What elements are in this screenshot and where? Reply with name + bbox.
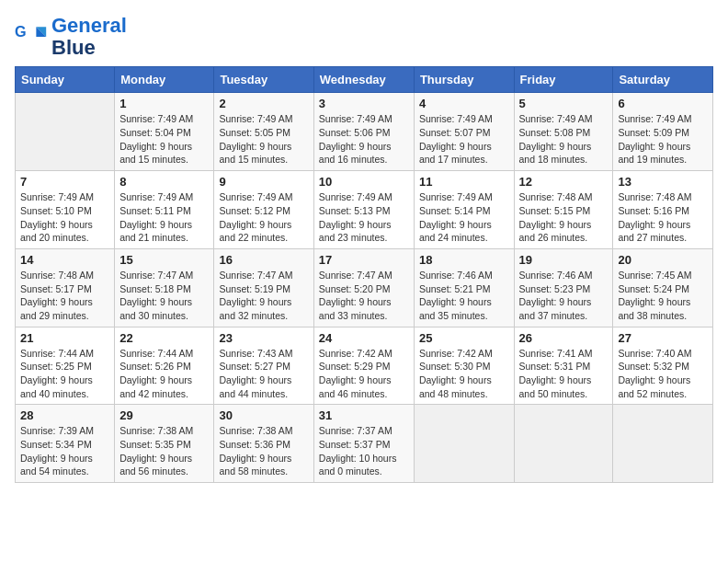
day-info: Sunrise: 7:40 AM Sunset: 5:32 PM Dayligh… — [618, 347, 708, 401]
day-info: Sunrise: 7:49 AM Sunset: 5:11 PM Dayligh… — [119, 190, 209, 245]
calendar-cell: 13Sunrise: 7:48 AM Sunset: 5:16 PM Dayli… — [613, 171, 713, 249]
calendar-cell: 4Sunrise: 7:49 AM Sunset: 5:07 PM Daylig… — [414, 93, 514, 171]
calendar-cell — [16, 93, 115, 171]
day-info: Sunrise: 7:49 AM Sunset: 5:04 PM Dayligh… — [119, 112, 209, 167]
calendar-cell: 15Sunrise: 7:47 AM Sunset: 5:18 PM Dayli… — [115, 248, 214, 327]
day-info: Sunrise: 7:49 AM Sunset: 5:13 PM Dayligh… — [319, 190, 409, 245]
calendar-week-2: 7Sunrise: 7:49 AM Sunset: 5:10 PM Daylig… — [16, 171, 713, 249]
calendar-cell — [414, 405, 514, 483]
header-day-friday: Friday — [514, 67, 613, 93]
day-info: Sunrise: 7:49 AM Sunset: 5:05 PM Dayligh… — [219, 112, 308, 167]
header-day-sunday: Sunday — [16, 67, 115, 93]
day-info: Sunrise: 7:49 AM Sunset: 5:12 PM Dayligh… — [219, 190, 308, 245]
day-number: 2 — [219, 97, 308, 110]
day-number: 16 — [219, 253, 308, 267]
day-number: 8 — [119, 175, 209, 189]
calendar-week-3: 14Sunrise: 7:48 AM Sunset: 5:17 PM Dayli… — [16, 248, 713, 327]
day-info: Sunrise: 7:45 AM Sunset: 5:24 PM Dayligh… — [618, 269, 708, 323]
day-info: Sunrise: 7:41 AM Sunset: 5:31 PM Dayligh… — [519, 347, 609, 401]
day-number: 11 — [419, 175, 509, 189]
day-number: 13 — [618, 175, 708, 189]
day-info: Sunrise: 7:47 AM Sunset: 5:20 PM Dayligh… — [319, 269, 409, 323]
calendar-table: SundayMondayTuesdayWednesdayThursdayFrid… — [15, 66, 713, 483]
calendar-cell: 16Sunrise: 7:47 AM Sunset: 5:19 PM Dayli… — [214, 248, 313, 327]
day-info: Sunrise: 7:47 AM Sunset: 5:18 PM Dayligh… — [119, 269, 209, 323]
calendar-week-1: 1Sunrise: 7:49 AM Sunset: 5:04 PM Daylig… — [16, 93, 713, 171]
day-info: Sunrise: 7:38 AM Sunset: 5:36 PM Dayligh… — [219, 424, 308, 478]
day-info: Sunrise: 7:48 AM Sunset: 5:16 PM Dayligh… — [618, 190, 708, 245]
calendar-cell: 1Sunrise: 7:49 AM Sunset: 5:04 PM Daylig… — [115, 93, 214, 171]
day-number: 15 — [119, 253, 209, 267]
calendar-cell: 21Sunrise: 7:44 AM Sunset: 5:25 PM Dayli… — [16, 327, 115, 405]
day-info: Sunrise: 7:42 AM Sunset: 5:29 PM Dayligh… — [319, 347, 409, 401]
day-info: Sunrise: 7:46 AM Sunset: 5:23 PM Dayligh… — [519, 269, 609, 323]
calendar-cell — [613, 405, 713, 483]
calendar-cell: 27Sunrise: 7:40 AM Sunset: 5:32 PM Dayli… — [613, 327, 713, 405]
svg-text:G: G — [15, 23, 27, 40]
calendar-week-5: 28Sunrise: 7:39 AM Sunset: 5:34 PM Dayli… — [16, 405, 713, 483]
day-info: Sunrise: 7:48 AM Sunset: 5:17 PM Dayligh… — [20, 269, 109, 323]
calendar-cell: 14Sunrise: 7:48 AM Sunset: 5:17 PM Dayli… — [16, 248, 115, 327]
day-number: 1 — [119, 97, 209, 110]
calendar-cell: 3Sunrise: 7:49 AM Sunset: 5:06 PM Daylig… — [313, 93, 414, 171]
day-number: 3 — [319, 97, 409, 110]
day-number: 12 — [519, 175, 609, 189]
day-number: 22 — [119, 331, 209, 345]
day-number: 31 — [319, 408, 409, 422]
calendar-cell: 19Sunrise: 7:46 AM Sunset: 5:23 PM Dayli… — [514, 248, 613, 327]
calendar-cell: 20Sunrise: 7:45 AM Sunset: 5:24 PM Dayli… — [613, 248, 713, 327]
calendar-cell: 24Sunrise: 7:42 AM Sunset: 5:29 PM Dayli… — [313, 327, 414, 405]
day-info: Sunrise: 7:37 AM Sunset: 5:37 PM Dayligh… — [319, 424, 409, 478]
calendar-cell: 30Sunrise: 7:38 AM Sunset: 5:36 PM Dayli… — [214, 405, 313, 483]
day-number: 18 — [419, 253, 509, 267]
day-info: Sunrise: 7:39 AM Sunset: 5:34 PM Dayligh… — [20, 424, 109, 478]
day-number: 14 — [20, 253, 109, 267]
logo: G GeneralBlue — [15, 15, 127, 59]
day-number: 23 — [219, 331, 308, 345]
day-info: Sunrise: 7:48 AM Sunset: 5:15 PM Dayligh… — [519, 190, 609, 245]
day-number: 24 — [319, 331, 409, 345]
day-number: 17 — [319, 253, 409, 267]
day-number: 4 — [419, 97, 509, 110]
calendar-cell: 17Sunrise: 7:47 AM Sunset: 5:20 PM Dayli… — [313, 248, 414, 327]
day-info: Sunrise: 7:49 AM Sunset: 5:07 PM Dayligh… — [419, 112, 509, 167]
day-info: Sunrise: 7:49 AM Sunset: 5:10 PM Dayligh… — [20, 190, 109, 245]
day-info: Sunrise: 7:49 AM Sunset: 5:08 PM Dayligh… — [519, 112, 609, 167]
calendar-header-row: SundayMondayTuesdayWednesdayThursdayFrid… — [16, 67, 713, 93]
day-number: 20 — [618, 253, 708, 267]
calendar-cell: 12Sunrise: 7:48 AM Sunset: 5:15 PM Dayli… — [514, 171, 613, 249]
calendar-cell: 6Sunrise: 7:49 AM Sunset: 5:09 PM Daylig… — [613, 93, 713, 171]
header-day-thursday: Thursday — [414, 67, 514, 93]
calendar-cell: 11Sunrise: 7:49 AM Sunset: 5:14 PM Dayli… — [414, 171, 514, 249]
day-info: Sunrise: 7:42 AM Sunset: 5:30 PM Dayligh… — [419, 347, 509, 401]
day-number: 28 — [20, 408, 109, 422]
calendar-cell: 9Sunrise: 7:49 AM Sunset: 5:12 PM Daylig… — [214, 171, 313, 249]
day-info: Sunrise: 7:44 AM Sunset: 5:25 PM Dayligh… — [20, 347, 109, 401]
day-number: 10 — [319, 175, 409, 189]
day-number: 29 — [119, 408, 209, 422]
calendar-cell: 2Sunrise: 7:49 AM Sunset: 5:05 PM Daylig… — [214, 93, 313, 171]
day-number: 25 — [419, 331, 509, 345]
day-number: 21 — [20, 331, 109, 345]
day-number: 5 — [519, 97, 609, 110]
calendar-cell: 28Sunrise: 7:39 AM Sunset: 5:34 PM Dayli… — [16, 405, 115, 483]
header-day-wednesday: Wednesday — [313, 67, 414, 93]
day-info: Sunrise: 7:46 AM Sunset: 5:21 PM Dayligh… — [419, 269, 509, 323]
page-header: G GeneralBlue — [15, 15, 713, 59]
calendar-cell: 29Sunrise: 7:38 AM Sunset: 5:35 PM Dayli… — [115, 405, 214, 483]
calendar-cell: 25Sunrise: 7:42 AM Sunset: 5:30 PM Dayli… — [414, 327, 514, 405]
calendar-cell: 22Sunrise: 7:44 AM Sunset: 5:26 PM Dayli… — [115, 327, 214, 405]
day-number: 30 — [219, 408, 308, 422]
day-number: 27 — [618, 331, 708, 345]
header-day-tuesday: Tuesday — [214, 67, 313, 93]
day-number: 26 — [519, 331, 609, 345]
calendar-cell: 18Sunrise: 7:46 AM Sunset: 5:21 PM Dayli… — [414, 248, 514, 327]
header-day-monday: Monday — [115, 67, 214, 93]
logo-icon: G — [15, 20, 48, 53]
day-number: 19 — [519, 253, 609, 267]
calendar-cell: 10Sunrise: 7:49 AM Sunset: 5:13 PM Dayli… — [313, 171, 414, 249]
calendar-week-4: 21Sunrise: 7:44 AM Sunset: 5:25 PM Dayli… — [16, 327, 713, 405]
logo-text: GeneralBlue — [51, 15, 127, 59]
day-number: 7 — [20, 175, 109, 189]
day-number: 6 — [618, 97, 708, 110]
